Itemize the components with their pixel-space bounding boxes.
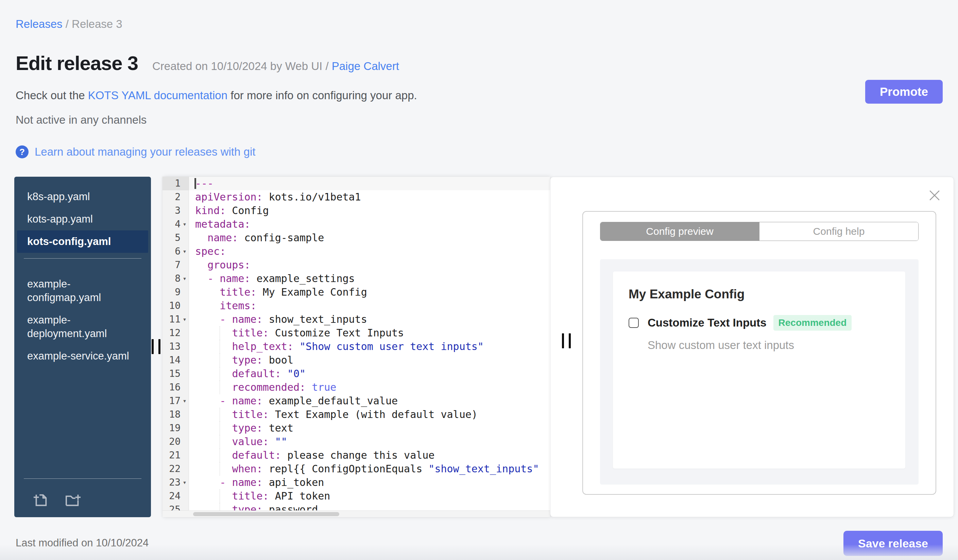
line-number: 24	[169, 489, 181, 503]
docs-line: Check out the KOTS YAML documentation fo…	[16, 89, 417, 102]
breadcrumb-link-releases[interactable]: Releases	[16, 18, 63, 30]
code-line-15[interactable]: 15 default: "0"	[162, 367, 550, 381]
code-line-23[interactable]: 23▾ - name: api_token	[162, 476, 550, 489]
fold-arrow-icon[interactable]: ▾	[181, 221, 189, 227]
code-line-10[interactable]: 10 items:	[162, 299, 550, 313]
recommended-badge: Recommended	[773, 315, 852, 331]
code-line-text: metadata:	[189, 217, 550, 231]
file-item-kots-app.yaml[interactable]: kots-app.yaml	[17, 208, 148, 230]
gutter-line-7: 7	[162, 258, 189, 272]
new-folder-button[interactable]	[65, 492, 82, 508]
code-line-24[interactable]: 24 title: API token	[162, 489, 550, 503]
breadcrumb: Releases / Release 3	[16, 18, 122, 30]
file-item-k8s-app.yaml[interactable]: k8s-app.yaml	[17, 185, 148, 208]
scrollbar-thumb[interactable]	[193, 512, 339, 516]
git-releases-link[interactable]: ? Learn about managing your releases wit…	[16, 146, 255, 158]
code-line-text: - name: example_settings	[189, 272, 550, 285]
gutter-line-24: 24	[162, 489, 189, 503]
customize-text-inputs-checkbox[interactable]	[628, 318, 639, 328]
code-line-text: type: bool	[189, 353, 550, 367]
code-line-12[interactable]: 12 title: Customize Text Inputs	[162, 326, 550, 340]
file-item-example-configmap.yaml[interactable]: example-configmap.yaml	[17, 273, 148, 309]
line-number: 19	[169, 421, 181, 435]
code-line-4[interactable]: 4▾metadata:	[162, 217, 550, 231]
line-number: 10	[169, 299, 181, 313]
line-number: 14	[169, 353, 181, 367]
line-number: 25	[169, 503, 181, 510]
code-line-21[interactable]: 21 default: please change this value	[162, 449, 550, 462]
code-line-6[interactable]: 6▾spec:	[162, 245, 550, 258]
tab-config-help[interactable]: Config help	[759, 222, 918, 240]
code-lines: 1---2apiVersion: kots.io/v1beta13kind: C…	[162, 177, 550, 510]
code-line-22[interactable]: 22 when: repl{{ ConfigOptionEquals "show…	[162, 462, 550, 476]
docs-suffix: for more info on configuring your app.	[227, 89, 417, 101]
new-file-button[interactable]	[32, 492, 50, 508]
resize-bar	[562, 333, 564, 348]
code-line-text: default: "0"	[189, 367, 550, 381]
code-line-text: - name: api_token	[189, 476, 550, 489]
code-line-20[interactable]: 20 value: ""	[162, 435, 550, 449]
code-line-text: recommended: true	[189, 381, 550, 394]
sidebar-footer-divider	[24, 478, 141, 479]
line-number: 8	[175, 272, 181, 285]
file-list-top: k8s-app.yamlkots-app.yamlkots-config.yam…	[14, 177, 151, 253]
file-item-kots-config.yaml[interactable]: kots-config.yaml	[17, 230, 148, 253]
code-line-1[interactable]: 1---	[162, 177, 550, 190]
code-editor[interactable]: 1---2apiVersion: kots.io/v1beta13kind: C…	[162, 177, 550, 517]
code-line-25[interactable]: 25 type: password	[162, 503, 550, 510]
horizontal-scrollbar[interactable]	[162, 510, 550, 517]
created-by-link[interactable]: Paige Calvert	[332, 60, 399, 73]
line-number: 5	[175, 231, 181, 245]
code-line-11[interactable]: 11▾ - name: show_text_inputs	[162, 313, 550, 326]
file-item-example-deployment.yaml[interactable]: example-deployment.yaml	[17, 309, 148, 345]
code-line-3[interactable]: 3kind: Config	[162, 204, 550, 217]
line-number: 2	[175, 190, 181, 204]
code-line-text: kind: Config	[189, 204, 550, 217]
line-number: 17	[169, 394, 181, 408]
file-item-example-service.yaml[interactable]: example-service.yaml	[17, 345, 148, 367]
page-title: Edit release 3	[16, 52, 138, 74]
fold-arrow-icon[interactable]: ▾	[181, 248, 189, 255]
promote-button[interactable]: Promote	[865, 80, 943, 104]
code-line-14[interactable]: 14 type: bool	[162, 353, 550, 367]
config-group-title: My Example Config	[628, 287, 905, 301]
line-number: 20	[169, 435, 181, 449]
resize-bar	[152, 339, 154, 354]
code-line-18[interactable]: 18 title: Text Example (with default val…	[162, 408, 550, 421]
code-line-text: spec:	[189, 245, 550, 258]
close-preview-button[interactable]	[928, 189, 941, 201]
fold-arrow-icon[interactable]: ▾	[181, 316, 189, 323]
code-line-text: groups:	[189, 258, 550, 272]
code-line-9[interactable]: 9 title: My Example Config	[162, 285, 550, 299]
code-line-5[interactable]: 5 name: config-sample	[162, 231, 550, 245]
code-line-7[interactable]: 7 groups:	[162, 258, 550, 272]
gutter-line-3: 3	[162, 204, 189, 217]
fold-arrow-icon[interactable]: ▾	[181, 398, 189, 404]
code-line-2[interactable]: 2apiVersion: kots.io/v1beta1	[162, 190, 550, 204]
fold-arrow-icon[interactable]: ▾	[181, 275, 189, 282]
code-line-8[interactable]: 8▾ - name: example_settings	[162, 272, 550, 285]
gutter-line-20: 20	[162, 435, 189, 449]
indent-guide	[220, 489, 220, 503]
page: { "colors": { "page-bg": "#f5f6f8", "lin…	[0, 0, 958, 560]
code-line-text: value: ""	[189, 435, 550, 449]
channel-status: Not active in any channels	[16, 114, 146, 127]
text-cursor	[195, 178, 196, 189]
gutter-line-22: 22	[162, 462, 189, 476]
code-line-17[interactable]: 17▾ - name: example_default_value	[162, 394, 550, 408]
resize-handle-left[interactable]	[152, 339, 160, 354]
line-number: 16	[169, 381, 181, 394]
line-number: 3	[175, 204, 181, 217]
tab-config-preview[interactable]: Config preview	[600, 222, 759, 240]
resize-handle-right[interactable]	[562, 333, 571, 348]
indent-guide	[220, 326, 220, 340]
save-release-button[interactable]: Save release	[844, 531, 943, 556]
code-line-16[interactable]: 16 recommended: true	[162, 381, 550, 394]
code-line-19[interactable]: 19 type: text	[162, 421, 550, 435]
gutter-line-8: 8▾	[162, 272, 189, 285]
fold-arrow-icon[interactable]: ▾	[181, 479, 189, 486]
gutter-line-14: 14	[162, 353, 189, 367]
code-line-13[interactable]: 13 help_text: "Show custom user text inp…	[162, 340, 550, 353]
kots-yaml-docs-link[interactable]: KOTS YAML documentation	[88, 89, 227, 101]
gutter-line-6: 6▾	[162, 245, 189, 258]
